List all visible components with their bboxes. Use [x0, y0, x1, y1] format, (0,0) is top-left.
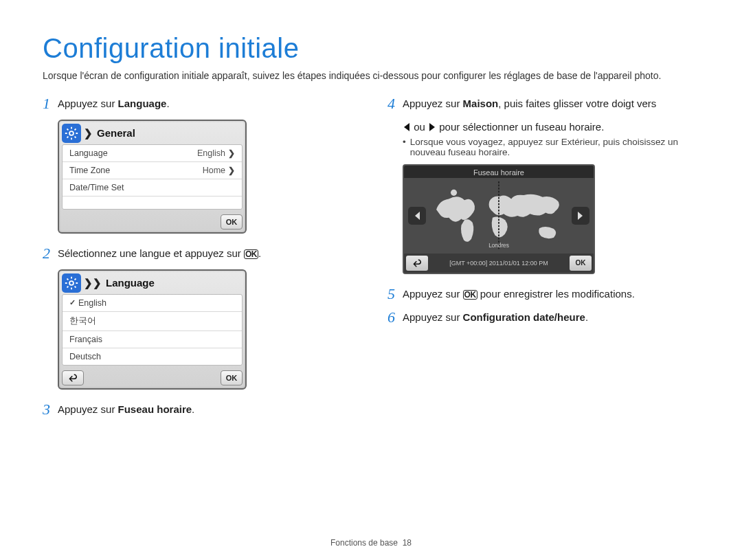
- step-bold: Language: [118, 98, 167, 109]
- ok-button[interactable]: OK: [221, 214, 243, 229]
- triangle-left-icon: [413, 210, 421, 221]
- device-row: Date/Time Set: [63, 179, 242, 197]
- step-text-post: .: [585, 311, 588, 323]
- step-1: 1 Appuyez sur Language.: [43, 96, 355, 111]
- device-title: Language: [106, 277, 155, 289]
- step-text: Appuyez sur: [58, 98, 118, 109]
- ok-icon: OK: [463, 290, 477, 300]
- ok-icon: OK: [244, 249, 258, 260]
- step-5: 5 Appuyez sur OK pour enregistrer les mo…: [387, 287, 699, 302]
- step-number: 3: [43, 402, 58, 417]
- device-title: General: [97, 127, 135, 139]
- step-number: 2: [43, 246, 58, 261]
- world-map: Londres: [430, 178, 567, 254]
- device-screenshot-general: ❯ General Language English❯ Time Zone Ho…: [58, 120, 247, 234]
- row-value: English: [197, 148, 225, 158]
- svg-point-1: [69, 281, 74, 285]
- svg-point-0: [69, 131, 74, 135]
- row-value: Home: [203, 166, 225, 175]
- language-option: Français: [63, 331, 242, 348]
- device-row: Time Zone Home❯: [63, 162, 242, 179]
- device-row: Language English❯: [63, 145, 242, 162]
- page-title: Configuration initiale: [43, 33, 699, 64]
- step-text: Appuyez sur: [58, 403, 118, 415]
- step-number: 4: [387, 96, 403, 111]
- step-4: 4 Appuyez sur Maison, puis faites glisse…: [387, 96, 699, 111]
- option-label: Français: [69, 335, 102, 344]
- language-option: ✓English: [63, 295, 242, 312]
- triangle-right-icon: [576, 210, 585, 221]
- step-bold: Configuration date/heure: [463, 311, 585, 323]
- option-label: 한국어: [69, 315, 96, 327]
- bullet-bold: Extérieur: [561, 137, 598, 147]
- step-text-mid: ou: [411, 121, 428, 133]
- back-arrow-icon: [68, 374, 78, 382]
- ok-button[interactable]: OK: [570, 256, 592, 271]
- next-button[interactable]: [572, 207, 589, 225]
- step-text-post: pour enregistrer les modifications.: [477, 288, 635, 300]
- row-label: Time Zone: [69, 166, 110, 175]
- step-number: 5: [387, 287, 403, 302]
- previous-button[interactable]: [408, 207, 426, 225]
- step-text-post2: pour sélectionner un fuseau horaire.: [436, 121, 604, 133]
- step-text-post: .: [166, 98, 169, 109]
- footer-page-number: 18: [403, 538, 412, 548]
- triangle-left-icon: [403, 122, 411, 132]
- chevron-right-icon: ❯: [228, 148, 235, 158]
- chevron-double-right-icon: ❯❯: [84, 277, 102, 289]
- step-4-bullet: • Lorsque vous voyagez, appuyez sur Exté…: [403, 137, 699, 157]
- world-title: Fuseau horaire: [404, 166, 594, 178]
- back-arrow-icon: [412, 259, 422, 267]
- step-2: 2 Sélectionnez une langue et appuyez sur…: [43, 246, 355, 261]
- device-row-empty: [63, 197, 242, 209]
- language-option: 한국어: [63, 312, 242, 331]
- step-text: Appuyez sur: [403, 288, 463, 300]
- step-text: Sélectionnez une langue et appuyez sur: [58, 247, 244, 259]
- chevron-right-icon: ❯: [228, 166, 235, 175]
- bullet-icon: •: [403, 137, 406, 157]
- world-city-label: Londres: [488, 243, 509, 249]
- triangle-right-icon: [428, 122, 436, 132]
- gear-icon: [62, 124, 81, 143]
- world-status: [GMT +00:00] 2011/01/01 12:00 PM: [430, 260, 567, 267]
- step-bold: Maison: [463, 98, 499, 109]
- ok-button[interactable]: OK: [221, 370, 243, 385]
- language-option: Deutsch: [63, 348, 242, 365]
- step-text: Appuyez sur: [403, 98, 463, 109]
- step-number: 6: [387, 310, 403, 325]
- checkmark-icon: ✓: [69, 298, 76, 307]
- row-label: Language: [69, 148, 108, 158]
- step-text-post: , puis faites glisser votre doigt vers: [498, 98, 656, 109]
- intro-paragraph: Lorsque l'écran de configuration initial…: [43, 69, 699, 82]
- row-label: Date/Time Set: [69, 183, 124, 192]
- step-bold: Fuseau horaire: [118, 403, 192, 415]
- step-3: 3 Appuyez sur Fuseau horaire.: [43, 402, 355, 417]
- page-footer: Fonctions de base 18: [0, 538, 742, 548]
- back-button[interactable]: [406, 256, 428, 271]
- option-label: English: [78, 298, 106, 308]
- step-text-post: .: [258, 247, 261, 259]
- device-screenshot-language: ❯❯ Language ✓English 한국어 Français Deutsc…: [58, 269, 247, 390]
- step-text: Appuyez sur: [403, 311, 463, 323]
- step-number: 1: [43, 96, 58, 111]
- bullet-pre: Lorsque vous voyagez, appuyez sur: [410, 137, 561, 147]
- back-button[interactable]: [62, 370, 84, 385]
- gear-icon: [62, 273, 81, 293]
- step-6: 6 Appuyez sur Configuration date/heure.: [387, 310, 699, 325]
- chevron-right-icon: ❯: [84, 127, 93, 139]
- device-screenshot-timezone: Fuseau horaire: [403, 164, 595, 274]
- footer-label: Fonctions de base: [330, 538, 398, 548]
- step-text-post: .: [192, 403, 194, 415]
- option-label: Deutsch: [69, 352, 101, 361]
- svg-point-2: [451, 190, 457, 196]
- step-4-line2: ou pour sélectionner un fuseau horaire.: [403, 120, 699, 134]
